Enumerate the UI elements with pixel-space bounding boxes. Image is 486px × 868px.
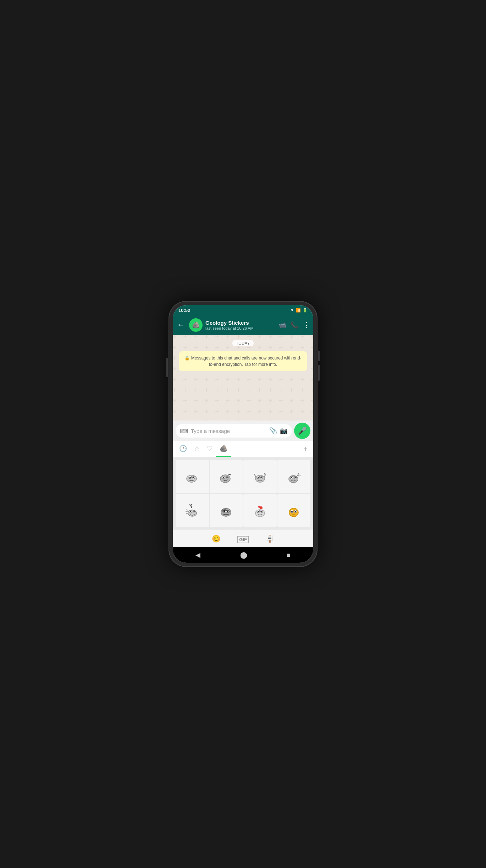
svg-point-37 xyxy=(221,509,231,516)
sticker-tab-icon: 🪧 xyxy=(265,535,274,543)
heart-icon: ♡ xyxy=(207,445,212,452)
svg-point-4 xyxy=(193,477,194,478)
sticker-tab-favorites[interactable]: ☆ xyxy=(190,441,203,457)
favorites-icon: ☆ xyxy=(194,445,200,452)
more-options-icon[interactable]: ⋮ xyxy=(303,320,310,330)
nav-recent-button[interactable]: ■ xyxy=(287,551,291,559)
svg-line-16 xyxy=(264,474,266,477)
volume-down-button[interactable] xyxy=(318,365,320,381)
svg-line-36 xyxy=(186,513,188,514)
sticker-cell-4[interactable] xyxy=(277,460,311,493)
svg-point-57 xyxy=(295,511,296,512)
chat-info[interactable]: Geology Stickers last seen today at 10:2… xyxy=(205,320,276,330)
sticker-cell-6[interactable] xyxy=(210,494,243,527)
svg-line-26 xyxy=(191,505,192,508)
chat-area: TODAY 🔒 Messages to this chat and calls … xyxy=(173,335,313,421)
svg-point-55 xyxy=(291,511,293,512)
nav-home-button[interactable]: ⬤ xyxy=(240,551,247,559)
emoji-tab-icon: 😊 xyxy=(212,535,221,543)
nav-bar: ◀ ⬤ ■ xyxy=(173,547,313,563)
svg-point-9 xyxy=(226,477,228,478)
camera-icon[interactable]: 📷 xyxy=(280,427,288,435)
mic-button[interactable]: 🎤 xyxy=(294,423,310,439)
svg-point-20 xyxy=(291,477,292,478)
add-sticker-pack-button[interactable]: + xyxy=(300,442,310,456)
sticker-cell-5[interactable] xyxy=(176,494,209,527)
svg-point-22 xyxy=(294,477,296,478)
power-button[interactable] xyxy=(166,358,168,377)
video-call-icon[interactable]: 📹 xyxy=(278,321,286,329)
svg-line-28 xyxy=(191,504,192,505)
mic-icon: 🎤 xyxy=(298,427,307,435)
header-actions: 📹 📞 ⋮ xyxy=(278,320,310,330)
back-button[interactable]: ← xyxy=(176,319,186,331)
sticker-tab-recent[interactable]: 🕐 xyxy=(176,441,190,457)
avatar-emoji: 🪨 xyxy=(192,321,200,329)
battery-icon: 🔋 xyxy=(303,308,308,313)
wifi-icon: ▼ xyxy=(290,308,294,312)
svg-point-10 xyxy=(255,475,265,482)
svg-point-52 xyxy=(258,506,260,508)
sticker-tab-heart[interactable]: ♡ xyxy=(203,441,216,457)
message-input-area: ⌨ Type a message 📎 📷 🎤 xyxy=(173,421,313,441)
chat-header: ← 🪨 Geology Stickers last seen today at … xyxy=(173,315,313,335)
svg-point-53 xyxy=(289,508,298,517)
svg-point-46 xyxy=(255,510,265,517)
svg-point-50 xyxy=(261,511,263,512)
svg-point-7 xyxy=(223,477,224,478)
keyboard-icon[interactable]: ⌨ xyxy=(180,428,188,434)
nav-back-button[interactable]: ◀ xyxy=(195,551,200,559)
volume-up-button[interactable] xyxy=(318,351,320,361)
svg-point-41 xyxy=(227,511,228,512)
status-time: 10:52 xyxy=(178,308,190,313)
sticker-cell-1[interactable] xyxy=(176,460,209,493)
svg-point-12 xyxy=(258,477,259,478)
input-container[interactable]: ⌨ Type a message 📎 📷 xyxy=(176,424,292,438)
attach-icon[interactable]: 📎 xyxy=(269,427,277,435)
gif-tab-label: GIF xyxy=(237,536,249,543)
phone-frame: 10:52 ▼ 📶 🔋 ← 🪨 Geology Stickers last se… xyxy=(169,301,317,567)
svg-point-14 xyxy=(261,477,263,478)
geology-sticker-icon: 🪨 xyxy=(220,445,227,452)
gif-tab[interactable]: GIF xyxy=(234,533,252,544)
svg-point-0 xyxy=(187,475,197,482)
sticker-cell-7[interactable] xyxy=(243,494,277,527)
date-divider: TODAY xyxy=(176,340,310,346)
sticker-tab-main[interactable]: 🪧 xyxy=(263,533,277,544)
voice-call-icon[interactable]: 📞 xyxy=(291,321,298,329)
sticker-cell-3[interactable] xyxy=(243,460,277,493)
svg-point-18 xyxy=(289,476,298,483)
sticker-tab-geology[interactable]: 🪨 xyxy=(216,441,231,457)
signal-icon: 📶 xyxy=(296,308,301,313)
svg-point-2 xyxy=(189,477,191,478)
recent-icon: 🕐 xyxy=(179,445,187,452)
sticker-grid xyxy=(173,457,313,530)
bottom-tabs: 😊 GIF 🪧 xyxy=(173,530,313,547)
sticker-cell-2[interactable] xyxy=(210,460,243,493)
add-icon: + xyxy=(303,445,308,453)
svg-point-5 xyxy=(220,475,230,483)
sticker-cell-8[interactable] xyxy=(277,494,311,527)
sticker-tabs: 🕐 ☆ ♡ 🪨 + xyxy=(173,441,313,457)
chat-status: last seen today at 10:26 AM xyxy=(205,326,276,330)
svg-line-34 xyxy=(186,510,188,510)
svg-point-48 xyxy=(258,511,259,512)
emoji-tab[interactable]: 😊 xyxy=(209,533,223,544)
message-placeholder[interactable]: Type a message xyxy=(191,428,266,434)
security-notice[interactable]: 🔒 Messages to this chat and calls are no… xyxy=(179,351,307,371)
avatar: 🪨 xyxy=(189,318,203,332)
date-badge: TODAY xyxy=(232,340,253,346)
phone-screen: 10:52 ▼ 📶 🔋 ← 🪨 Geology Stickers last se… xyxy=(173,305,313,563)
status-icons: ▼ 📶 🔋 xyxy=(290,308,308,313)
svg-line-25 xyxy=(299,475,300,477)
chat-name: Geology Stickers xyxy=(205,320,276,326)
svg-point-33 xyxy=(193,511,195,512)
svg-line-15 xyxy=(254,474,256,477)
svg-point-31 xyxy=(190,511,191,512)
status-bar: 10:52 ▼ 📶 🔋 xyxy=(173,305,313,315)
